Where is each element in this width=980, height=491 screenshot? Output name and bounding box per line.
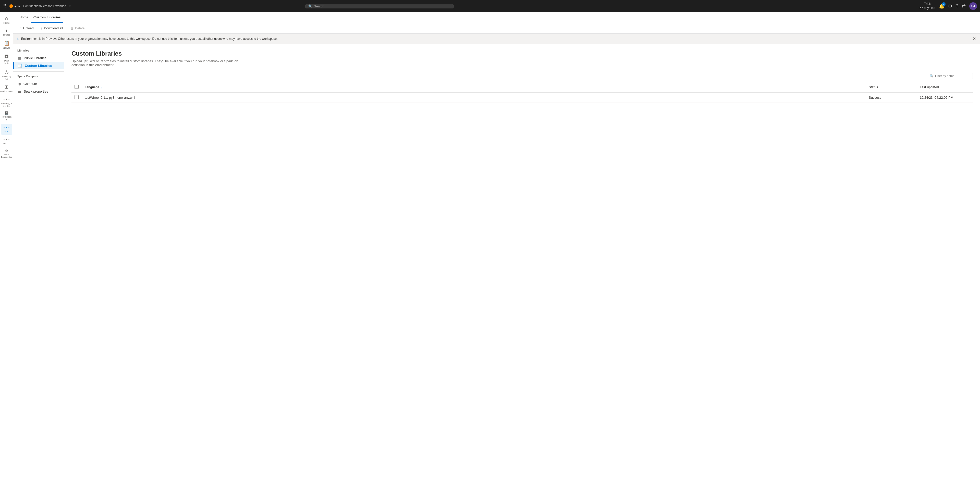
left-nav: Libraries ▦ Public Libraries 📊 Custom Li…: [13, 44, 64, 491]
sidebar-item-monitoring[interactable]: ◎ Monitoring hub: [1, 68, 12, 82]
sidebar-item-shualun[interactable]: ＜/＞ Shuaijun_De mo_Env: [1, 95, 12, 109]
sidebar-item-env11[interactable]: ＜/＞ env11: [1, 136, 12, 147]
col-status-header: Status: [865, 82, 917, 92]
upload-button[interactable]: ↑ Upload: [18, 25, 36, 31]
brand-label: Confidential\Microsoft Extended: [23, 4, 66, 8]
toolbar: ↑ Upload ↓ Download all 🗑 Delete: [13, 23, 980, 34]
browse-icon: 📋: [4, 41, 10, 46]
search-icon: 🔍: [308, 4, 312, 8]
download-all-button[interactable]: ↓ Download all: [38, 25, 65, 31]
env-active-icon: ＜/＞: [3, 125, 11, 130]
env-dot: [10, 4, 13, 8]
grid-icon[interactable]: ⠿: [3, 3, 6, 9]
spark-properties-icon: ☰: [18, 89, 21, 93]
sidebar-item-dataeng[interactable]: ⚙ Data Engineering: [1, 148, 12, 160]
main-layout: ⌂ Home + Create 📋 Browse ▦ Data hub ◎ Mo…: [0, 12, 980, 491]
topbar: ⠿ env Confidential\Microsoft Extended ▾ …: [0, 0, 980, 12]
nav-public-libraries[interactable]: ▦ Public Libraries: [13, 54, 64, 62]
datahub-icon: ▦: [4, 53, 9, 59]
sidebar-item-env[interactable]: ＜/＞ env: [1, 124, 12, 135]
sidebar-item-browse[interactable]: 📋 Browse: [1, 39, 12, 51]
filter-bar: 🔍: [72, 73, 973, 79]
workspaces-icon: ⊞: [5, 84, 8, 90]
tab-bar: Home Custom Libraries: [13, 12, 980, 23]
sort-language-icon[interactable]: ↑: [101, 86, 103, 89]
row-last-updated: 10/24/23, 04:22:02 PM: [917, 92, 973, 103]
sidebar-item-create[interactable]: + Create: [1, 27, 12, 38]
delete-icon: 🗑: [70, 26, 73, 30]
help-icon[interactable]: ?: [956, 3, 958, 9]
download-icon: ↓: [41, 26, 43, 30]
icon-sidebar: ⌂ Home + Create 📋 Browse ▦ Data hub ◎ Mo…: [0, 12, 13, 491]
tab-custom-libraries[interactable]: Custom Libraries: [32, 12, 63, 23]
page-subtitle: Upload .jar, .whl or .tar.gz files to in…: [72, 59, 250, 67]
nav-spark-properties[interactable]: ☰ Spark properties: [13, 87, 64, 95]
env-code-icon: ＜/＞: [3, 97, 11, 102]
spark-compute-section-title: Spark Compute: [13, 74, 64, 80]
sidebar-item-datahub[interactable]: ▦ Data hub: [1, 52, 12, 67]
upload-icon: ↑: [20, 26, 22, 30]
tab-home[interactable]: Home: [18, 12, 30, 23]
row-checkbox[interactable]: [75, 95, 79, 99]
settings-icon[interactable]: ⚙: [948, 3, 952, 9]
select-all-checkbox[interactable]: [75, 85, 79, 89]
body-layout: Libraries ▦ Public Libraries 📊 Custom Li…: [13, 44, 980, 491]
sidebar-item-workspaces[interactable]: ⊞ Workspaces: [1, 83, 12, 95]
notebook-icon: 📓: [5, 111, 9, 115]
notification-badge: 4: [942, 2, 945, 6]
public-lib-icon: ▦: [18, 56, 21, 60]
row-status: Success: [865, 92, 917, 103]
row-language: testWheel-0.1.1-py3-none-any.whl: [82, 92, 865, 103]
share-icon[interactable]: ⇄: [962, 3, 966, 9]
sidebar-item-notebook1[interactable]: 📓 Notebook 1: [1, 110, 12, 123]
libraries-section-title: Libraries: [13, 48, 64, 54]
create-icon: +: [5, 29, 8, 33]
main-content: Custom Libraries Upload .jar, .whl or .t…: [64, 44, 980, 491]
col-last-updated-header: Last updated: [917, 82, 973, 92]
delete-button[interactable]: 🗑 Delete: [68, 25, 87, 31]
chevron-down-icon[interactable]: ▾: [69, 4, 71, 8]
avatar[interactable]: SJ: [969, 2, 977, 10]
env11-icon: ＜/＞: [3, 137, 11, 142]
filter-search-icon: 🔍: [930, 74, 934, 78]
compute-icon: ◎: [18, 82, 21, 86]
nav-custom-libraries[interactable]: 📊 Custom Libraries: [13, 62, 64, 69]
custom-lib-icon: 📊: [18, 64, 22, 68]
info-icon: ℹ: [18, 37, 19, 41]
col-language-header: Language ↑: [82, 82, 865, 92]
page-title: Custom Libraries: [72, 50, 973, 57]
monitoring-icon: ◎: [5, 69, 9, 75]
trial-info: Trial: 57 days left: [920, 2, 935, 10]
alert-banner: ℹ Environment is in Preview. Other users…: [13, 34, 980, 44]
notification-bell[interactable]: 🔔 4: [939, 3, 945, 9]
libraries-table: Language ↑ Status Last updated testWheel…: [72, 82, 973, 103]
sidebar-item-home[interactable]: ⌂ Home: [1, 14, 12, 26]
alert-text: Environment is in Preview. Other users i…: [21, 37, 277, 41]
home-icon: ⌂: [5, 16, 8, 21]
dataeng-icon: ⚙: [5, 149, 8, 153]
filter-by-name-input[interactable]: [935, 74, 970, 78]
close-alert-button[interactable]: ✕: [973, 36, 976, 41]
content-area: Home Custom Libraries ↑ Upload ↓ Downloa…: [13, 12, 980, 491]
env-label: env: [10, 4, 20, 8]
table-row: testWheel-0.1.1-py3-none-any.whl Success…: [72, 92, 973, 103]
nav-compute[interactable]: ◎ Compute: [13, 80, 64, 87]
topbar-right: Trial: 57 days left 🔔 4 ⚙ ? ⇄ SJ: [920, 2, 977, 10]
filter-input-container: 🔍: [927, 73, 973, 79]
search-input[interactable]: [314, 4, 451, 8]
search-bar: 🔍: [305, 4, 453, 8]
